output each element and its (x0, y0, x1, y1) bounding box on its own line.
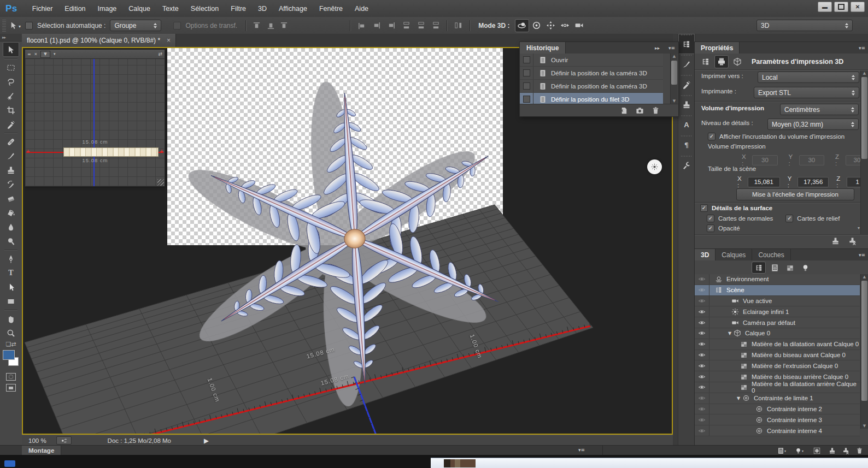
scene-row-constraint[interactable]: Contrainte interne 4 (695, 425, 860, 436)
timeline-tab[interactable]: Montage (22, 446, 61, 455)
history-brush-tool[interactable] (3, 177, 19, 191)
menu-fichier[interactable]: Fichier (26, 5, 59, 13)
menu-calque[interactable]: Calque (122, 5, 156, 13)
dodge-tool[interactable] (3, 234, 19, 248)
resize-grip-icon[interactable] (157, 179, 164, 186)
move-tool[interactable] (3, 42, 19, 57)
volume-y-field[interactable]: 30 (799, 155, 824, 165)
menu-3d[interactable]: 3D (252, 5, 273, 13)
surface-details-checkbox[interactable] (700, 204, 708, 212)
history-item[interactable]: Définir la position de la caméra 3D (520, 80, 663, 93)
scene-row-constraint[interactable]: Contrainte interne 3 (695, 414, 860, 425)
3d-light-widget[interactable] (647, 159, 662, 174)
distribute-top-icon[interactable] (402, 21, 410, 29)
volume-unit-dropdown[interactable]: Centimètres (780, 104, 859, 115)
printer-dropdown[interactable]: Export STL (754, 87, 859, 98)
align-top-icon[interactable] (253, 21, 261, 29)
menu-edition[interactable]: Edition (58, 5, 91, 13)
eye-icon[interactable] (695, 382, 709, 393)
scene-row-material[interactable]: Matière de la dilatation avant Calque 0 (695, 339, 860, 350)
scene-properties-icon[interactable] (699, 56, 712, 68)
menu-filtre[interactable]: Filtre (225, 5, 252, 13)
render-3d-icon[interactable] (811, 446, 822, 455)
new-snapshot-icon[interactable] (636, 106, 644, 115)
shape-tool[interactable] (3, 294, 19, 308)
menu-fenetre[interactable]: Fenêtre (313, 5, 349, 13)
collapse-panel-icon[interactable] (655, 45, 663, 51)
path-selection-tool[interactable] (3, 280, 19, 294)
marquee-tool[interactable] (3, 61, 19, 74)
close-view-icon[interactable]: × (34, 51, 37, 57)
scene-row-material[interactable]: Matière de la dilatation arrière Calque … (695, 382, 860, 393)
workspace-dropdown[interactable]: 3D (756, 20, 853, 31)
panel-menu-icon[interactable] (668, 45, 678, 51)
filter-scene-icon[interactable] (752, 262, 766, 274)
history-source-checkbox[interactable] (520, 80, 533, 92)
status-menu-arrow-icon[interactable]: ▶ (204, 437, 209, 445)
tools-collapse-button[interactable]: ▸▸ (0, 34, 22, 42)
filter-meshes-icon[interactable] (768, 262, 781, 273)
scene-row-constraint[interactable]: ▼ Contrainte de limite 1 (695, 393, 860, 404)
dock-tool-presets-icon[interactable] (678, 74, 695, 94)
clone-stamp-tool[interactable] (3, 163, 19, 177)
camera-3d-button[interactable] (573, 20, 586, 32)
eye-icon[interactable] (695, 393, 709, 404)
delete-3d-object-icon[interactable] (840, 446, 851, 455)
zoom-tool[interactable] (3, 326, 19, 340)
opacity-checkbox[interactable] (707, 224, 714, 232)
eye-icon[interactable] (695, 274, 709, 285)
distribute-middle-icon[interactable] (417, 21, 425, 29)
menu-texte[interactable]: Texte (156, 5, 185, 13)
tab-3d[interactable]: 3D (695, 249, 715, 260)
secondary-view-top[interactable]: + + 15.08 cm 15.08 cm (25, 59, 165, 186)
scene-row-calque0[interactable]: ▼ Calque 0 (695, 328, 860, 339)
history-source-checkbox[interactable] (520, 54, 533, 66)
swap-view-icon[interactable] (158, 51, 162, 57)
distribute-bottom-icon[interactable] (431, 21, 439, 29)
zoom-gear-icon[interactable] (56, 436, 72, 445)
merge-3d-icon[interactable] (826, 446, 837, 455)
quick-mask-icon[interactable] (4, 373, 18, 381)
volume-x-field[interactable]: 30 (752, 155, 777, 165)
panel-menu-icon[interactable] (859, 252, 868, 258)
distribute-widths-icon[interactable] (454, 21, 462, 29)
delete-state-icon[interactable] (652, 106, 660, 115)
menu-affichage[interactable]: Affichage (273, 5, 313, 13)
view-dropdown-icon[interactable] (54, 52, 56, 56)
maximize-button[interactable] (834, 2, 848, 12)
align-left-icon[interactable] (357, 21, 366, 29)
close-button[interactable]: ✕ (851, 2, 865, 12)
menu-selection[interactable]: Sélection (185, 5, 225, 13)
foreground-color-swatch[interactable] (3, 350, 15, 360)
scroll-down-icon[interactable]: ▾ (858, 226, 860, 230)
relief-maps-checkbox[interactable] (785, 215, 793, 222)
expander-icon[interactable]: ▼ (735, 396, 742, 401)
scene-y-field[interactable]: 17,356 (797, 177, 829, 187)
close-tab-icon[interactable]: × (167, 37, 171, 44)
scene-row-scene[interactable]: Scène (695, 285, 860, 296)
properties-scrollbar[interactable]: ▲ (860, 70, 868, 234)
eye-icon[interactable] (695, 414, 709, 425)
orbit-3d-button[interactable] (515, 19, 529, 32)
document-tab[interactable]: flocon1 (1).psd @ 100% (Calque 0, RVB/8#… (22, 34, 176, 47)
secondary-view-panel[interactable]: ≡ × ▼ + + 15.08 cm 15.08 cm (25, 49, 165, 187)
background-window[interactable] (431, 458, 868, 468)
print-to-dropdown[interactable]: Local (758, 72, 859, 83)
auto-select-checkbox[interactable] (25, 22, 33, 29)
filter-lights-icon[interactable] (799, 262, 812, 273)
swap-colors-icon[interactable]: ❏⇄ (4, 341, 18, 348)
align-bottom-icon[interactable] (280, 21, 288, 29)
expander-icon[interactable]: ▼ (726, 331, 734, 336)
eye-icon[interactable] (695, 339, 709, 349)
dock-character-icon[interactable]: A (678, 115, 695, 135)
dock-properties-icon[interactable] (678, 34, 695, 54)
blur-tool[interactable] (3, 220, 19, 234)
dock-measurement-icon[interactable] (678, 155, 695, 175)
eye-icon[interactable] (695, 328, 709, 339)
tool-preset-arrow-icon[interactable]: ▾ (19, 24, 21, 29)
tab-calques[interactable]: Calques (715, 249, 752, 260)
dock-brush-presets-icon[interactable] (678, 54, 695, 74)
tab-couches[interactable]: Couches (752, 249, 790, 260)
filter-light-menu-icon[interactable]: ▾ (794, 446, 805, 455)
auto-select-dropdown[interactable]: Groupe (110, 20, 161, 31)
